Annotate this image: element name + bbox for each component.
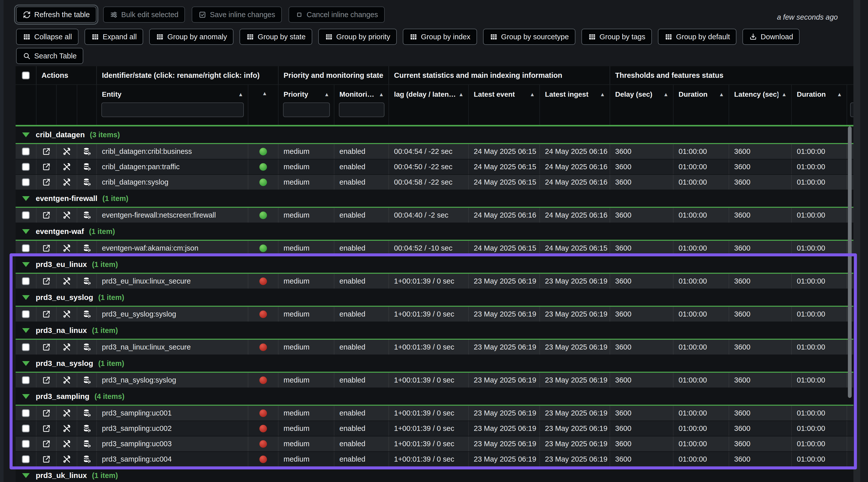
entity-cell[interactable]: prd3_na_syslog:syslog <box>97 373 248 388</box>
row-checkbox[interactable] <box>22 455 30 463</box>
entity-cell[interactable]: cribl_datagen:cribl:business <box>97 144 248 159</box>
external-link-icon[interactable] <box>36 277 56 286</box>
partial-filter-input[interactable] <box>850 103 854 117</box>
group-header-prd3_na_syslog[interactable]: prd3_na_syslog(1 item) <box>16 355 854 372</box>
collapse-caret-icon[interactable] <box>22 262 30 267</box>
sort-arrow-icon[interactable]: ▲ <box>837 91 842 97</box>
sort-arrow-icon[interactable]: ▲ <box>458 91 464 97</box>
collapse-caret-icon[interactable] <box>22 361 30 366</box>
external-link-icon[interactable] <box>36 424 56 433</box>
external-link-icon[interactable] <box>36 163 56 171</box>
group-header-prd3_uk_linux[interactable]: prd3_uk_linux(1 item) <box>16 467 854 482</box>
group-header-prd3_na_linux[interactable]: prd3_na_linux(1 item) <box>16 322 854 339</box>
monitoring-filter-input[interactable] <box>339 103 384 117</box>
entity-cell[interactable]: cribl_datagen:syslog <box>97 175 248 190</box>
group-header-eventgen-firewall[interactable]: eventgen-firewall(1 item) <box>16 190 854 207</box>
database-gear-icon[interactable] <box>77 277 96 286</box>
expand-all-button[interactable]: Expand all <box>85 29 143 45</box>
row-checkbox[interactable] <box>22 178 30 186</box>
row-checkbox[interactable] <box>22 376 30 384</box>
group-header-prd3_eu_syslog[interactable]: prd3_eu_syslog(1 item) <box>16 289 854 306</box>
priority-filter-input[interactable] <box>283 103 330 117</box>
external-link-icon[interactable] <box>36 440 56 448</box>
sort-arrow-icon[interactable]: ▲ <box>238 91 243 97</box>
row-checkbox[interactable] <box>22 244 30 252</box>
row-checkbox[interactable] <box>22 211 30 219</box>
group-by-index-button[interactable]: Group by index <box>403 29 477 45</box>
collapse-caret-icon[interactable] <box>22 473 30 478</box>
database-gear-icon[interactable] <box>77 147 96 156</box>
external-link-icon[interactable] <box>36 343 56 351</box>
tools-icon[interactable] <box>57 147 77 156</box>
external-link-icon[interactable] <box>36 376 56 385</box>
vertical-scrollbar-thumb[interactable] <box>848 126 851 398</box>
database-gear-icon[interactable] <box>77 440 96 448</box>
collapse-caret-icon[interactable] <box>22 229 30 234</box>
refresh-the-table-button[interactable]: Refresh the table <box>16 6 96 23</box>
tools-icon[interactable] <box>57 409 77 418</box>
collapse-all-button[interactable]: Collapse all <box>16 29 79 45</box>
group-header-eventgen-waf[interactable]: eventgen-waf(1 item) <box>16 223 854 240</box>
sort-arrow-icon[interactable]: ▲ <box>663 91 669 97</box>
sort-arrow-icon[interactable]: ▲ <box>530 91 535 97</box>
row-checkbox[interactable] <box>22 409 30 417</box>
row-checkbox[interactable] <box>22 425 30 432</box>
entity-cell[interactable]: prd3_eu_syslog:syslog <box>97 307 248 321</box>
tools-icon[interactable] <box>57 244 77 253</box>
download-button[interactable]: Download <box>742 29 800 45</box>
row-checkbox[interactable] <box>22 440 30 448</box>
row-checkbox[interactable] <box>22 163 30 171</box>
tools-icon[interactable] <box>57 178 77 187</box>
database-gear-icon[interactable] <box>77 163 96 171</box>
group-header-prd3_eu_linux[interactable]: prd3_eu_linux(1 item) <box>16 256 854 273</box>
collapse-caret-icon[interactable] <box>22 394 30 399</box>
cancel-inline-changes-button[interactable]: Cancel inline changes <box>288 6 385 23</box>
tools-icon[interactable] <box>57 211 77 220</box>
external-link-icon[interactable] <box>36 455 56 463</box>
tools-icon[interactable] <box>57 343 77 351</box>
database-gear-icon[interactable] <box>77 244 96 253</box>
group-header-cribl_datagen[interactable]: cribl_datagen(3 items) <box>16 126 854 143</box>
database-gear-icon[interactable] <box>77 343 96 351</box>
entity-filter-input[interactable] <box>101 103 244 117</box>
group-by-priority-button[interactable]: Group by priority <box>318 29 397 45</box>
row-checkbox[interactable] <box>22 310 30 318</box>
sort-arrow-icon[interactable]: ▲ <box>262 90 268 96</box>
tools-icon[interactable] <box>57 376 77 385</box>
row-checkbox[interactable] <box>22 277 30 285</box>
external-link-icon[interactable] <box>36 310 56 318</box>
group-header-prd3_sampling[interactable]: prd3_sampling(4 items) <box>16 388 854 405</box>
database-gear-icon[interactable] <box>77 211 96 220</box>
sort-arrow-icon[interactable]: ▲ <box>600 91 605 97</box>
database-gear-icon[interactable] <box>77 455 96 463</box>
sort-arrow-icon[interactable]: ▲ <box>781 91 787 97</box>
database-gear-icon[interactable] <box>77 409 96 418</box>
entity-cell[interactable]: prd3_sampling:uc001 <box>97 406 248 421</box>
row-checkbox[interactable] <box>22 343 30 351</box>
save-inline-changes-button[interactable]: Save inline changes <box>192 6 282 23</box>
tools-icon[interactable] <box>57 310 77 318</box>
tools-icon[interactable] <box>57 440 77 448</box>
row-checkbox[interactable] <box>22 148 30 155</box>
entity-cell[interactable]: eventgen-firewall:netscreen:firewall <box>97 208 248 223</box>
external-link-icon[interactable] <box>36 244 56 253</box>
entity-cell[interactable]: prd3_sampling:uc002 <box>97 421 248 436</box>
entity-cell[interactable]: prd3_sampling:uc003 <box>97 436 248 451</box>
group-by-sourcetype-button[interactable]: Group by sourcetype <box>483 29 576 45</box>
database-gear-icon[interactable] <box>77 310 96 318</box>
entity-cell[interactable]: prd3_sampling:uc004 <box>97 452 248 466</box>
collapse-caret-icon[interactable] <box>22 295 30 300</box>
tools-icon[interactable] <box>57 424 77 433</box>
search-table-button[interactable]: Search Table <box>16 48 83 64</box>
group-by-tags-button[interactable]: Group by tags <box>582 29 652 45</box>
collapse-caret-icon[interactable] <box>22 196 30 201</box>
sort-arrow-icon[interactable]: ▲ <box>324 91 329 97</box>
collapse-caret-icon[interactable] <box>22 133 30 137</box>
group-by-anomaly-button[interactable]: Group by anomaly <box>149 29 234 45</box>
sort-arrow-icon[interactable]: ▲ <box>719 91 724 97</box>
entity-cell[interactable]: eventgen-waf:akamai:cm:json <box>97 241 248 256</box>
select-all-checkbox[interactable] <box>22 72 30 79</box>
entity-cell[interactable]: cribl_datagen:pan:traffic <box>97 160 248 174</box>
external-link-icon[interactable] <box>36 147 56 156</box>
external-link-icon[interactable] <box>36 409 56 418</box>
